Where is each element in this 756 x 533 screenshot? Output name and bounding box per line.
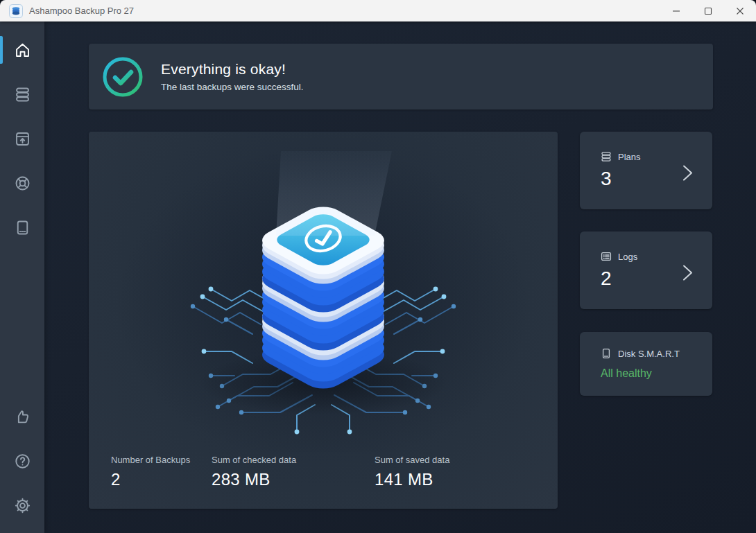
banner-subtitle: The last backups were successful. (161, 82, 304, 92)
stat-label: Sum of checked data (212, 455, 296, 465)
stat-value: 2 (111, 470, 190, 489)
rescue-lifebuoy-icon (13, 174, 32, 193)
stat-checked-data: Sum of checked data 283 MB (212, 455, 296, 489)
stat-value: 141 MB (375, 470, 449, 489)
sidebar-item-disk[interactable] (0, 205, 44, 250)
overview-panel: Number of Backups 2 Sum of checked data … (89, 132, 558, 509)
titlebar: Ashampoo Backup Pro 27 (0, 0, 756, 21)
stat-number-of-backups: Number of Backups 2 (111, 455, 190, 489)
maximize-icon (704, 7, 712, 15)
window-controls (660, 0, 756, 21)
plans-card[interactable]: Plans 3 (580, 132, 712, 209)
app-logo-icon (9, 4, 23, 18)
backup-plans-icon (13, 85, 32, 104)
card-value: 2 (601, 268, 712, 290)
sidebar-item-restore[interactable] (0, 116, 44, 161)
disk-smart-card[interactable]: Disk S.M.A.R.T All healthy (580, 332, 712, 396)
sidebar-nav (0, 21, 44, 533)
card-label: Plans (618, 152, 641, 162)
sidebar-item-settings[interactable] (0, 483, 44, 527)
home-icon (13, 41, 32, 60)
card-value: 3 (601, 168, 712, 190)
stat-label: Number of Backups (111, 455, 190, 465)
close-button[interactable] (724, 0, 756, 21)
chevron-right-icon (680, 263, 694, 283)
plans-icon (601, 151, 612, 162)
minimize-icon (672, 7, 680, 15)
minimize-button[interactable] (660, 0, 692, 21)
logs-card[interactable]: Logs 2 (580, 231, 712, 309)
check-circle-icon (102, 56, 144, 98)
light-beam (276, 151, 392, 236)
disk-smart-icon (601, 348, 612, 359)
disk-health-status: All healthy (601, 367, 712, 380)
banner-title: Everything is okay! (161, 61, 304, 78)
server-stack-illustration (89, 132, 558, 452)
card-label: Disk S.M.A.R.T (618, 349, 680, 359)
disk-icon (13, 218, 32, 237)
settings-gear-icon (13, 496, 32, 515)
status-banner: Everything is okay! The last backups wer… (89, 44, 713, 110)
sidebar-item-rescue[interactable] (0, 161, 44, 205)
help-icon (13, 452, 32, 471)
sidebar-item-feedback[interactable] (0, 394, 44, 439)
restore-box-icon (13, 130, 32, 148)
active-indicator (0, 36, 3, 64)
app-window: Ashampoo Backup Pro 27 (0, 0, 756, 533)
app-title: Ashampoo Backup Pro 27 (29, 6, 134, 16)
sidebar-item-help[interactable] (0, 439, 44, 483)
thumbs-up-icon (13, 408, 32, 426)
stat-value: 283 MB (212, 470, 296, 489)
card-label: Logs (618, 252, 637, 262)
logs-icon (601, 251, 612, 262)
stat-saved-data: Sum of saved data 141 MB (375, 455, 449, 489)
sidebar-item-home[interactable] (0, 28, 44, 72)
stat-label: Sum of saved data (375, 455, 449, 465)
maximize-button[interactable] (692, 0, 724, 21)
sidebar-item-backup-plans[interactable] (0, 72, 44, 116)
close-icon (736, 7, 744, 15)
chevron-right-icon (680, 163, 694, 184)
